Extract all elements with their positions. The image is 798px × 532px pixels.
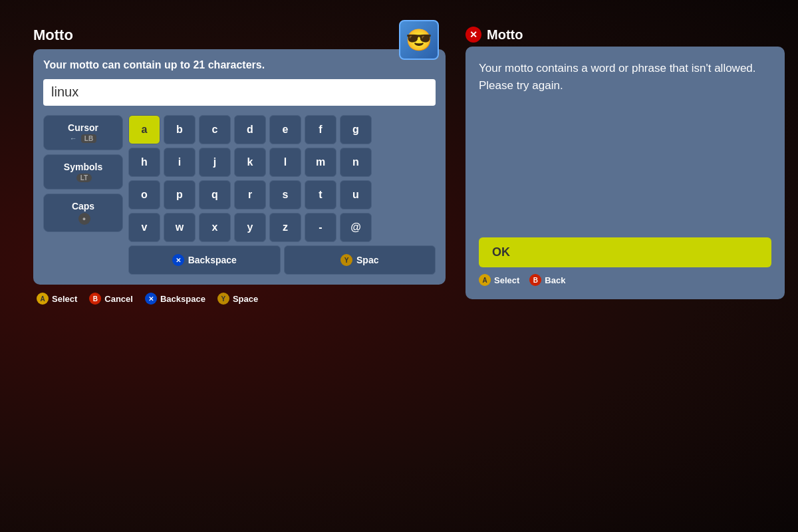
key-f[interactable]: f bbox=[305, 115, 336, 144]
error-title: Motto bbox=[487, 27, 523, 43]
key-o[interactable]: o bbox=[128, 180, 160, 209]
key-w[interactable]: w bbox=[164, 213, 196, 242]
caps-sublabel: ● bbox=[49, 213, 117, 225]
symbols-label: Symbols bbox=[49, 162, 117, 172]
error-spacer bbox=[479, 107, 771, 237]
symbols-button[interactable]: Symbols LT bbox=[43, 154, 123, 190]
cursor-sublabel: ← LB bbox=[49, 134, 117, 143]
error-title-bar: ✕ Motto bbox=[466, 27, 785, 43]
key-c[interactable]: c bbox=[199, 115, 231, 144]
y-button-bottom-icon: Y bbox=[217, 293, 229, 305]
caps-button[interactable]: Caps ● bbox=[43, 194, 123, 232]
backspace-label: Backspace bbox=[188, 255, 237, 265]
key-s[interactable]: s bbox=[269, 180, 301, 209]
error-bottom-bar: A Select B Back bbox=[479, 274, 771, 286]
key-q[interactable]: q bbox=[199, 180, 231, 209]
key-d[interactable]: d bbox=[234, 115, 266, 144]
select-label: Select bbox=[52, 294, 77, 304]
backspace-key[interactable]: ✕ Backspace bbox=[128, 245, 281, 275]
error-action-back: B Back bbox=[529, 274, 565, 286]
ok-label: OK bbox=[492, 245, 510, 259]
input-value: linux bbox=[51, 84, 78, 99]
left-controls: Cursor ← LB Symbols LT Caps ● bbox=[43, 115, 123, 275]
avatar: 😎 bbox=[399, 20, 439, 60]
space-label: Spac bbox=[356, 255, 378, 265]
error-back-label: Back bbox=[545, 275, 565, 285]
error-close-button[interactable]: ✕ bbox=[466, 27, 481, 43]
cursor-label: Cursor bbox=[49, 122, 117, 133]
x-button-icon: ✕ bbox=[172, 254, 184, 266]
error-action-select: A Select bbox=[479, 274, 519, 286]
error-dialog-wrapper: ✕ Motto Your motto contains a word or ph… bbox=[466, 27, 785, 299]
key-b[interactable]: b bbox=[164, 115, 196, 144]
key-p[interactable]: p bbox=[164, 180, 196, 209]
cursor-button[interactable]: Cursor ← LB bbox=[43, 115, 123, 150]
key-a[interactable]: a bbox=[128, 115, 160, 144]
key-r[interactable]: r bbox=[234, 180, 266, 209]
key-bottom-row: ✕ Backspace Y Spac bbox=[128, 245, 436, 275]
key-n[interactable]: n bbox=[340, 148, 372, 177]
cancel-label: Cancel bbox=[104, 294, 133, 304]
action-select: A Select bbox=[37, 293, 77, 305]
action-space: Y Space bbox=[217, 293, 258, 305]
a-button-icon: A bbox=[37, 293, 49, 305]
action-backspace: ✕ Backspace bbox=[145, 293, 205, 305]
key-u[interactable]: u bbox=[340, 180, 372, 209]
key-t[interactable]: t bbox=[305, 180, 336, 209]
error-dialog-box: Your motto contains a word or phrase tha… bbox=[466, 47, 785, 299]
key-e[interactable]: e bbox=[269, 115, 301, 144]
b-button-icon: B bbox=[89, 293, 101, 305]
backspace-bottom-label: Backspace bbox=[160, 294, 205, 304]
char-limit-text: Your motto can contain up to 21 characte… bbox=[43, 59, 436, 71]
keyboard-main: Cursor ← LB Symbols LT Caps ● a bbox=[43, 115, 436, 275]
key-l[interactable]: l bbox=[269, 148, 301, 177]
key-y[interactable]: y bbox=[234, 213, 266, 242]
key-row-3: o p q r s t u bbox=[128, 180, 436, 209]
error-message: Your motto contains a word or phrase tha… bbox=[479, 60, 771, 94]
key-row-2: h i j k l m n bbox=[128, 148, 436, 177]
left-panel-title: Motto bbox=[33, 27, 446, 44]
keyboard-box: Your motto can contain up to 21 characte… bbox=[33, 49, 446, 285]
b-button-error-icon: B bbox=[529, 274, 541, 286]
key-x[interactable]: x bbox=[199, 213, 231, 242]
key-k[interactable]: k bbox=[234, 148, 266, 177]
a-button-error-icon: A bbox=[479, 274, 491, 286]
key-row-1: a b c d e f g bbox=[128, 115, 436, 144]
caps-label: Caps bbox=[49, 201, 117, 211]
ok-button[interactable]: OK bbox=[479, 237, 771, 267]
symbols-sublabel: LT bbox=[49, 174, 117, 182]
x-button-bottom-icon: ✕ bbox=[145, 293, 157, 305]
space-bottom-label: Space bbox=[233, 294, 258, 304]
key-row-4: v w x y z - @ bbox=[128, 213, 436, 242]
key-h[interactable]: h bbox=[128, 148, 160, 177]
key-i[interactable]: i bbox=[164, 148, 196, 177]
key-m[interactable]: m bbox=[305, 148, 336, 177]
error-select-label: Select bbox=[494, 275, 519, 285]
action-cancel: B Cancel bbox=[89, 293, 133, 305]
key-dash[interactable]: - bbox=[305, 213, 336, 242]
keyboard-grid: a b c d e f g h i j k l m bbox=[128, 115, 436, 275]
key-v[interactable]: v bbox=[128, 213, 160, 242]
main-container: Motto 😎 Your motto can contain up to 21 … bbox=[0, 0, 798, 532]
keyboard-panel: Motto 😎 Your motto can contain up to 21 … bbox=[33, 27, 446, 305]
key-z[interactable]: z bbox=[269, 213, 301, 242]
motto-input[interactable]: linux bbox=[43, 79, 436, 106]
key-g[interactable]: g bbox=[340, 115, 372, 144]
key-at[interactable]: @ bbox=[340, 213, 372, 242]
y-button-icon: Y bbox=[340, 254, 352, 266]
space-key[interactable]: Y Spac bbox=[284, 245, 436, 275]
key-j[interactable]: j bbox=[199, 148, 231, 177]
left-bottom-bar: A Select B Cancel ✕ Backspace Y Space bbox=[33, 293, 446, 305]
